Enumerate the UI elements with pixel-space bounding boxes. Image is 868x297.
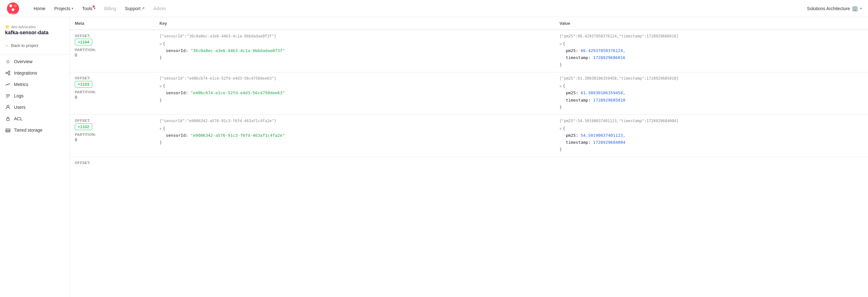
- svg-point-13: [7, 105, 9, 107]
- svg-point-2: [14, 4, 17, 7]
- svg-rect-16: [6, 129, 10, 130]
- sidebar-label-logs: Logs: [14, 93, 24, 98]
- key-chevron[interactable]: ∨: [159, 42, 162, 46]
- metrics-icon: [5, 82, 11, 87]
- sidebar-label-tiered-storage: Tiered storage: [14, 127, 42, 132]
- sidebar-divider: [0, 54, 69, 55]
- col-header-meta: Meta: [70, 17, 154, 30]
- sidebar-item-metrics[interactable]: Metrics: [0, 79, 69, 90]
- value-cell-2: {"pm25":54.50190037401123,"timestamp":17…: [555, 115, 868, 157]
- sidebar-service-name: kafka-sensor-data: [5, 30, 64, 35]
- support-external-icon: ↗: [142, 6, 145, 10]
- value-chevron[interactable]: ∨: [560, 42, 562, 46]
- offset-badge: +1102: [75, 123, 92, 130]
- value-chevron[interactable]: ∨: [560, 84, 562, 88]
- key-raw-json: {"sensorId":"36c0a0ec-a3e6-44b3-4c1a-9bb…: [159, 34, 549, 38]
- nav-billing[interactable]: Billing: [100, 4, 120, 13]
- sidebar-label-overview: Overview: [14, 59, 32, 64]
- users-icon: [5, 105, 11, 110]
- partition-label: PARTITION:: [75, 90, 149, 94]
- nav-admin[interactable]: Admin: [150, 4, 170, 13]
- partition-label: PARTITION:: [75, 48, 149, 52]
- folder-icon: 📁: [5, 25, 10, 29]
- value-raw-json: {"pm25":66.42937850376124,"timestamp":17…: [560, 34, 863, 38]
- back-to-project-button[interactable]: ← Back to project: [0, 40, 69, 51]
- value-json-block: ∨{ pm25: 66.42937850376124, timestamp: 1…: [560, 40, 863, 68]
- nav-projects[interactable]: Projects ▾: [51, 4, 77, 13]
- meta-cell-3: OFFSET:: [70, 157, 154, 169]
- org-caret: ▾: [860, 7, 862, 10]
- table-header-row: Meta Key Value: [70, 17, 868, 30]
- sidebar-org: 📁 dev-advocates: [5, 25, 64, 29]
- nav-support[interactable]: Support ↗: [121, 4, 148, 13]
- sidebar-item-users[interactable]: Users: [0, 101, 69, 113]
- value-cell-3: [555, 157, 868, 169]
- key-cell-2: {"sensorId":"e9006342-a576-91c3-f6fd-463…: [154, 115, 555, 157]
- value-chevron[interactable]: ∨: [560, 127, 562, 131]
- key-cell-1: {"sensorId":"e40bc674-e1ce-52fd-e4d3-56c…: [154, 72, 555, 115]
- value-json-block: ∨{ pm25: 61.30930106359458, timestamp: 1…: [560, 83, 863, 111]
- sidebar-item-integrations[interactable]: Integrations: [0, 67, 69, 79]
- value-cell-1: {"pm25":61.30930106359458,"timestamp":17…: [555, 72, 868, 115]
- svg-text:CONSOLE: CONSOLE: [8, 13, 18, 15]
- svg-line-8: [7, 72, 8, 73]
- key-chevron[interactable]: ∨: [159, 127, 162, 131]
- sidebar-item-tiered-storage[interactable]: Tiered storage: [0, 124, 69, 136]
- sidebar-label-integrations: Integrations: [14, 70, 37, 76]
- col-header-key: Key: [154, 17, 555, 30]
- org-building-icon: 🏢: [852, 5, 858, 11]
- back-arrow-icon: ←: [5, 43, 9, 48]
- table-row: OFFSET:: [70, 157, 868, 169]
- sidebar-label-users: Users: [14, 105, 26, 110]
- partition-value: 0: [75, 53, 149, 57]
- nav-tools[interactable]: Tools ▾: [78, 4, 99, 13]
- projects-caret: ▾: [72, 7, 73, 10]
- aiven-logo: CONSOLE: [6, 2, 20, 15]
- table-row: OFFSET: +1103 PARTITION: 0 {"sensorId":"…: [70, 72, 868, 115]
- value-cell-0: {"pm25":66.42937850376124,"timestamp":17…: [555, 30, 868, 72]
- col-header-value: Value: [555, 17, 868, 30]
- sidebar-item-logs[interactable]: Logs: [0, 90, 69, 101]
- key-json-block: ∨{ sensorId: "36c0a0ec-a3e6-44b3-4c1a-9b…: [159, 40, 549, 61]
- offset-badge: +1104: [75, 39, 92, 46]
- svg-line-9: [7, 73, 8, 74]
- kafka-messages-table: Meta Key Value OFFSET: +1104 PARTITION: …: [70, 17, 868, 169]
- partition-value: 0: [75, 138, 149, 142]
- nav-right: Solutions Architecture 🏢 ▾: [807, 5, 862, 11]
- partition-label: PARTITION:: [75, 132, 149, 137]
- svg-point-7: [8, 73, 10, 75]
- offset-label: OFFSET:: [75, 76, 149, 80]
- org-label: Solutions Architecture: [807, 6, 850, 11]
- key-chevron[interactable]: ∨: [159, 84, 162, 88]
- key-json-block: ∨{ sensorId: "e9006342-a576-91c3-f6fd-46…: [159, 125, 549, 146]
- org-name-display[interactable]: Solutions Architecture 🏢 ▾: [807, 5, 862, 11]
- value-raw-json: {"pm25":61.30930106359458,"timestamp":17…: [560, 76, 863, 81]
- nav-home[interactable]: Home: [30, 4, 49, 13]
- acl-icon: [5, 116, 11, 121]
- logo-area[interactable]: CONSOLE: [6, 2, 22, 15]
- sidebar: 📁 dev-advocates kafka-sensor-data ← Back…: [0, 17, 70, 297]
- sidebar-item-overview[interactable]: ⊙ Overview: [0, 56, 69, 67]
- offset-label: OFFSET:: [75, 119, 149, 122]
- tools-notification-dot: [93, 5, 95, 8]
- key-raw-json: {"sensorId":"e40bc674-e1ce-52fd-e4d3-56c…: [159, 76, 549, 81]
- value-raw-json: {"pm25":54.50190037401123,"timestamp":17…: [560, 119, 863, 123]
- value-json-block: ∨{ pm25: 54.50190037401123, timestamp: 1…: [560, 125, 863, 153]
- svg-point-6: [8, 71, 10, 73]
- table-row: OFFSET: +1104 PARTITION: 0 {"sensorId":"…: [70, 30, 868, 72]
- offset-label: OFFSET:: [75, 34, 149, 38]
- meta-cell-2: OFFSET: +1102 PARTITION: 0: [70, 115, 154, 157]
- table-row: OFFSET: +1102 PARTITION: 0 {"sensorId":"…: [70, 115, 868, 157]
- meta-cell-1: OFFSET: +1103 PARTITION: 0: [70, 72, 154, 115]
- partition-value: 0: [75, 95, 149, 100]
- sidebar-item-acl[interactable]: ACL: [0, 113, 69, 124]
- main-content: Meta Key Value OFFSET: +1104 PARTITION: …: [70, 17, 868, 297]
- integrations-icon: [5, 70, 11, 76]
- logs-icon: [5, 93, 11, 99]
- overview-icon: ⊙: [5, 59, 11, 64]
- offset-badge: +1103: [75, 81, 92, 88]
- svg-rect-14: [7, 118, 9, 121]
- key-json-block: ∨{ sensorId: "e40bc674-e1ce-52fd-e4d3-56…: [159, 83, 549, 103]
- sidebar-label-acl: ACL: [14, 116, 23, 121]
- svg-point-3: [12, 8, 14, 11]
